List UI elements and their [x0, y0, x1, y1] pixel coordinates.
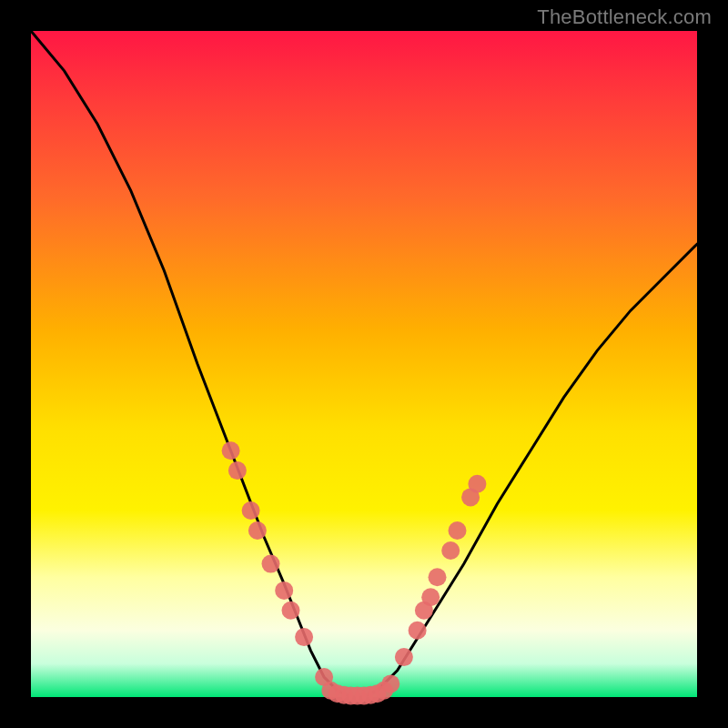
marker-dot — [441, 541, 460, 560]
chart-svg — [31, 31, 697, 697]
watermark-text: TheBottleneck.com — [537, 5, 712, 29]
marker-dot — [395, 648, 413, 666]
marker-dot — [421, 588, 440, 606]
marker-dot — [275, 581, 293, 600]
marker-dot — [429, 568, 447, 586]
marker-dot — [282, 602, 300, 620]
marker-dot — [295, 628, 313, 646]
marker-dot — [248, 521, 267, 540]
marker-dot — [449, 521, 467, 540]
marker-dot — [262, 555, 280, 573]
marker-dot — [222, 441, 240, 460]
plot-area — [31, 31, 697, 697]
marker-dot — [228, 461, 247, 480]
bottleneck-curve — [31, 31, 697, 697]
chart-container: TheBottleneck.com — [0, 0, 728, 728]
marker-dot — [381, 674, 399, 693]
marker-dot — [409, 622, 427, 640]
marker-dot — [468, 475, 486, 493]
curve-path — [31, 31, 697, 697]
marker-group — [222, 441, 487, 704]
marker-dot — [242, 501, 260, 520]
